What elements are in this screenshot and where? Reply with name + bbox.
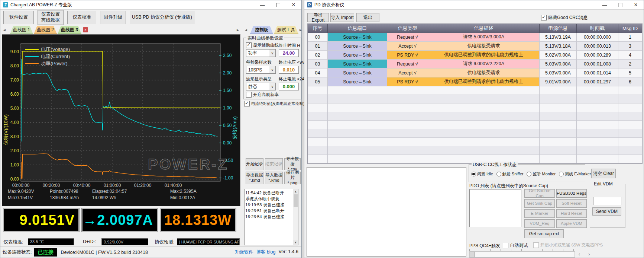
pd-exit-button[interactable]: 退出 (356, 13, 379, 22)
upgrade-software-link[interactable]: 升级软件 (234, 249, 253, 255)
slider-step-right-icon[interactable]: › (588, 251, 590, 257)
column-header[interactable]: 序号 (308, 24, 328, 33)
aux-curve-select[interactable]: 功率 ∨ (246, 49, 276, 57)
table-row[interactable]: 05Source→SinkPS RDY √供电端已调整到请求的供电能力规格上9.… (308, 77, 642, 86)
minimize-button[interactable]: — (255, 0, 270, 9)
pps-slider-track[interactable] (469, 251, 575, 258)
chart-area[interactable]: 9.008.007.006.005.004.003.002.001.000.00… (2, 35, 240, 206)
tab-curve-1[interactable]: 曲线图 1 (10, 26, 33, 34)
slider-step-left-icon[interactable]: ‹ (579, 251, 580, 257)
pd-maximize-button[interactable] (612, 0, 628, 9)
export-kmd-label-2: *.kmd (249, 178, 260, 183)
pdo-listbox[interactable] (469, 189, 521, 227)
tab-curve-2[interactable]: 曲线图 2 (34, 26, 57, 34)
chart-tabs-scroll-left-icon[interactable]: ◄ (3, 28, 6, 32)
panel-tabs-scroll-left-icon[interactable]: ◄ (244, 28, 248, 32)
tab-curve-3[interactable]: 曲线图 3 (58, 26, 81, 34)
chart-tabs-scroll-right-icon[interactable]: ► (236, 28, 240, 32)
pd-export-button[interactable]: 导出 Export (307, 13, 329, 22)
meter-calibration-button[interactable]: 仪表校准 (67, 11, 96, 24)
xiaomi-pps-checkbox[interactable]: 开启小米或黑鲨 65W 充电器PPS (533, 242, 603, 248)
save-png-button[interactable]: 保存图片 *.png (284, 172, 301, 184)
scrollbar-thumb[interactable] (294, 194, 298, 207)
clear-button[interactable]: 清空 Clear (591, 169, 616, 178)
pdo-button-e-marker[interactable]: E-Marker (524, 209, 555, 218)
usb-pd-analyzer-button[interactable]: USB PD 协议分析仪 (专业版) (130, 11, 194, 24)
software-settings-label: 软件设置 (9, 15, 28, 20)
hide-crc-checkbox-icon (541, 15, 547, 20)
table-row[interactable]: 02Source→SinkPS RDY √供电端已调整到请求的供电能力规格上5.… (308, 51, 642, 60)
cell-type: Accept √ (387, 69, 428, 77)
close-button[interactable]: × (286, 0, 301, 9)
maximize-button[interactable] (270, 0, 286, 9)
pd-titlebar[interactable]: P PD 协议分析仪 — × (304, 0, 644, 10)
start-record-button[interactable]: 开始记录 (246, 158, 263, 170)
table-row[interactable]: 03Source←SinkRequest √请求 9.000V/2.220A5.… (308, 60, 642, 69)
column-header[interactable]: 时间戳 (577, 24, 618, 33)
high-refresh-checkbox[interactable]: 开启高刷新率 (246, 92, 279, 98)
waveform-type-select[interactable]: 静态 ∨ (246, 83, 276, 90)
pd-import-button[interactable]: 导入 Import (330, 13, 354, 22)
svg-text:1.00: 1.00 (223, 105, 232, 111)
send-vdm-button[interactable]: Send VDM (592, 207, 621, 216)
blog-link[interactable]: 博客 blog (256, 249, 275, 255)
stop-current-field[interactable]: 0.000 (279, 83, 299, 90)
cc-radio-0[interactable]: 闲置 Idle (471, 171, 493, 177)
event-log-scrollbar[interactable]: ▲ ▼ (293, 189, 298, 245)
sample-rate-select[interactable]: 10SPS ∨ (246, 66, 276, 74)
column-header[interactable]: Msg ID (618, 24, 642, 33)
powerz-titlebar[interactable]: Z ChargerLAB POWER-Z 专业版 — × (0, 0, 301, 10)
column-header[interactable]: 信息类型 (387, 24, 428, 33)
pdo-button-label: Hard Reset (561, 211, 582, 216)
stop-record-button[interactable]: 结束记录 (265, 158, 283, 170)
cell-index: 01 (308, 42, 328, 51)
svg-text:00:00:00: 00:00:00 (12, 183, 30, 188)
table-row[interactable]: 01Source→SinkAccept √供电端接受请求5.13V/3.18A0… (308, 42, 642, 51)
maximize-icon (276, 3, 280, 7)
cc-radio-3[interactable]: 测线 E-Marker (559, 171, 591, 177)
tab-close-icon[interactable]: × (83, 27, 88, 32)
column-header[interactable]: 电源信息 (540, 24, 577, 33)
pdo-button-label: Soft Reset (562, 201, 582, 206)
meter-settings-button[interactable]: 仪表设置 离线数据 (38, 10, 64, 25)
cc-radio-1[interactable]: 触发 Sniffer (496, 171, 524, 177)
export-kmd-button[interactable]: 导出数据 *.kmd (246, 172, 263, 184)
event-log[interactable]: 11:54:42 设备已断开系统从休眠中恢复16:19:53 设备已连接16:2… (244, 189, 298, 245)
pdo-button-get-source-cap[interactable]: Get Source Cap (524, 189, 555, 198)
panel-tabs-scroll-right-icon[interactable]: ► (299, 28, 302, 32)
column-header[interactable]: 信息描述 (428, 24, 540, 33)
pdo-button-vdm-req[interactable]: VDM_Req (524, 219, 555, 228)
pdo-button-get-sink-cap[interactable]: Get Sink Cap (524, 199, 555, 208)
pdo-button-fusb302-regs[interactable]: FUSB302 Regs (556, 189, 587, 198)
firmware-upgrade-button[interactable]: 固件升级 (100, 11, 126, 24)
show-aux-curve-checkbox[interactable]: 显示辅助曲线 (246, 42, 279, 48)
scroll-up-icon[interactable]: ▲ (293, 189, 298, 194)
stop-time-field[interactable]: 24.00 (279, 49, 299, 57)
abs-current-checkbox[interactable]: 电流绝对值(反向电流正常绘制) (244, 101, 305, 106)
software-settings-button[interactable]: 软件设置 (3, 11, 34, 24)
scroll-down-icon[interactable]: ▼ (293, 240, 298, 245)
pd-minimize-button[interactable]: — (597, 0, 612, 9)
import-kmd-button[interactable]: 导入数据 *.kmd (265, 172, 283, 184)
tab-control-panel[interactable]: 控制板 (250, 26, 273, 34)
pps-slider-thumb[interactable] (470, 252, 475, 257)
hide-crc-checkbox[interactable]: 隐藏Good CRC消息 (541, 15, 588, 21)
cell-port: Source→Sink (328, 69, 387, 77)
auto-test-checkbox[interactable]: 自动测试 (503, 242, 528, 249)
cc-radio-2[interactable]: 监听 Monitor (527, 171, 556, 177)
table-row[interactable]: 04Source→SinkAccept √供电端接受请求5.03V/0.00A0… (308, 69, 642, 77)
pd-close-button[interactable]: × (628, 0, 644, 9)
export-csv-button[interactable]: 导出数据 *.csv (284, 158, 301, 170)
vdm-input[interactable] (593, 197, 621, 205)
column-header[interactable]: 信息端口 (328, 24, 387, 33)
table-row[interactable]: 00Source←SinkRequest √请求 5.000V/3.000A5.… (308, 33, 642, 42)
detail-listbox[interactable] (307, 167, 466, 257)
get-src-cap-ext-button[interactable]: Get src cap ext (524, 229, 564, 238)
pdo-button-apple-vdm[interactable]: Apple VDM (556, 219, 587, 228)
pdo-button-hard-reset[interactable]: Hard Reset (556, 209, 587, 218)
current-value: →2.0097A (82, 212, 153, 228)
pdo-button-soft-reset[interactable]: Soft Reset (556, 199, 587, 208)
tab-test-tools[interactable]: 测试工具 (274, 26, 298, 34)
current-display: →2.0097A (82, 208, 158, 232)
stop-voltage-field[interactable]: 0.010 (279, 66, 299, 74)
